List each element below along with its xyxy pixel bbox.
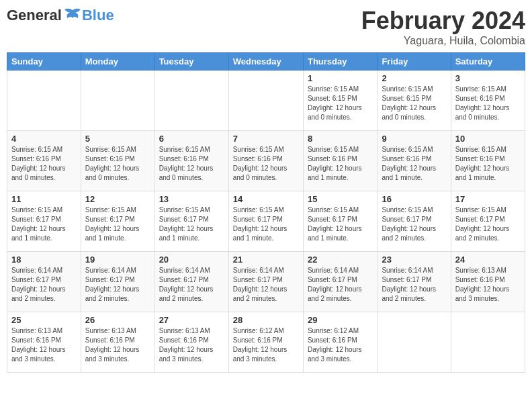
calendar-cell: 4Sunrise: 6:15 AM Sunset: 6:16 PM Daylig…	[7, 131, 81, 191]
day-info: Sunrise: 6:15 AM Sunset: 6:16 PM Dayligh…	[308, 145, 373, 183]
calendar: SundayMondayTuesdayWednesdayThursdayFrid…	[7, 52, 525, 373]
day-info: Sunrise: 6:14 AM Sunset: 6:17 PM Dayligh…	[85, 266, 150, 304]
day-number: 9	[382, 134, 446, 144]
calendar-cell	[228, 71, 303, 131]
week-row-2: 4Sunrise: 6:15 AM Sunset: 6:16 PM Daylig…	[7, 131, 525, 191]
calendar-cell: 16Sunrise: 6:15 AM Sunset: 6:17 PM Dayli…	[378, 191, 451, 252]
calendar-cell: 20Sunrise: 6:14 AM Sunset: 6:17 PM Dayli…	[154, 252, 228, 312]
day-info: Sunrise: 6:15 AM Sunset: 6:17 PM Dayligh…	[308, 205, 373, 243]
calendar-cell: 18Sunrise: 6:14 AM Sunset: 6:17 PM Dayli…	[7, 252, 81, 312]
day-info: Sunrise: 6:15 AM Sunset: 6:17 PM Dayligh…	[455, 205, 521, 243]
calendar-cell: 29Sunrise: 6:12 AM Sunset: 6:16 PM Dayli…	[303, 312, 377, 373]
day-info: Sunrise: 6:15 AM Sunset: 6:15 PM Dayligh…	[382, 85, 446, 122]
day-number: 28	[233, 315, 299, 325]
day-info: Sunrise: 6:13 AM Sunset: 6:16 PM Dayligh…	[11, 326, 77, 364]
weekday-header-tuesday: Tuesday	[154, 53, 228, 71]
calendar-cell: 23Sunrise: 6:14 AM Sunset: 6:17 PM Dayli…	[378, 252, 451, 312]
calendar-cell	[7, 71, 81, 131]
day-info: Sunrise: 6:15 AM Sunset: 6:17 PM Dayligh…	[159, 205, 224, 243]
weekday-header-wednesday: Wednesday	[228, 53, 303, 71]
calendar-cell: 14Sunrise: 6:15 AM Sunset: 6:17 PM Dayli…	[228, 191, 303, 252]
calendar-cell: 28Sunrise: 6:12 AM Sunset: 6:16 PM Dayli…	[228, 312, 303, 373]
day-number: 21	[233, 255, 299, 265]
day-number: 24	[455, 255, 521, 265]
week-row-3: 11Sunrise: 6:15 AM Sunset: 6:17 PM Dayli…	[7, 191, 525, 252]
day-info: Sunrise: 6:15 AM Sunset: 6:16 PM Dayligh…	[455, 85, 521, 122]
day-number: 17	[455, 194, 521, 204]
subtitle: Yaguara, Huila, Colombia	[361, 35, 525, 47]
day-number: 27	[159, 315, 224, 325]
day-info: Sunrise: 6:13 AM Sunset: 6:16 PM Dayligh…	[159, 326, 224, 364]
calendar-cell: 8Sunrise: 6:15 AM Sunset: 6:16 PM Daylig…	[303, 131, 377, 191]
day-info: Sunrise: 6:14 AM Sunset: 6:17 PM Dayligh…	[382, 266, 446, 304]
calendar-cell: 11Sunrise: 6:15 AM Sunset: 6:17 PM Dayli…	[7, 191, 81, 252]
day-info: Sunrise: 6:14 AM Sunset: 6:17 PM Dayligh…	[11, 266, 77, 304]
day-info: Sunrise: 6:15 AM Sunset: 6:16 PM Dayligh…	[159, 145, 224, 183]
main-title: February 2024	[361, 7, 525, 35]
day-number: 1	[308, 73, 373, 83]
day-info: Sunrise: 6:15 AM Sunset: 6:16 PM Dayligh…	[455, 145, 521, 183]
day-info: Sunrise: 6:13 AM Sunset: 6:16 PM Dayligh…	[85, 326, 150, 364]
day-number: 4	[11, 134, 77, 144]
calendar-cell: 2Sunrise: 6:15 AM Sunset: 6:15 PM Daylig…	[378, 71, 451, 131]
calendar-cell	[451, 312, 525, 373]
day-number: 15	[308, 194, 373, 204]
weekday-header-saturday: Saturday	[451, 53, 525, 71]
day-number: 8	[308, 134, 373, 144]
calendar-cell: 19Sunrise: 6:14 AM Sunset: 6:17 PM Dayli…	[81, 252, 154, 312]
day-number: 20	[159, 255, 224, 265]
day-info: Sunrise: 6:15 AM Sunset: 6:16 PM Dayligh…	[233, 145, 299, 183]
day-info: Sunrise: 6:12 AM Sunset: 6:16 PM Dayligh…	[308, 326, 373, 364]
day-info: Sunrise: 6:15 AM Sunset: 6:17 PM Dayligh…	[85, 205, 150, 243]
day-number: 10	[455, 134, 521, 144]
calendar-cell: 21Sunrise: 6:14 AM Sunset: 6:17 PM Dayli…	[228, 252, 303, 312]
day-number: 26	[85, 315, 150, 325]
day-info: Sunrise: 6:15 AM Sunset: 6:16 PM Dayligh…	[85, 145, 150, 183]
title-area: February 2024 Yaguara, Huila, Colombia	[361, 7, 525, 47]
weekday-header-friday: Friday	[378, 53, 451, 71]
day-number: 3	[455, 73, 521, 83]
day-number: 14	[233, 194, 299, 204]
calendar-cell: 7Sunrise: 6:15 AM Sunset: 6:16 PM Daylig…	[228, 131, 303, 191]
day-info: Sunrise: 6:13 AM Sunset: 6:16 PM Dayligh…	[455, 266, 521, 304]
day-info: Sunrise: 6:15 AM Sunset: 6:16 PM Dayligh…	[382, 145, 446, 183]
weekday-header-monday: Monday	[81, 53, 154, 71]
day-info: Sunrise: 6:14 AM Sunset: 6:17 PM Dayligh…	[233, 266, 299, 304]
calendar-cell	[378, 312, 451, 373]
calendar-cell	[154, 71, 228, 131]
calendar-cell: 24Sunrise: 6:13 AM Sunset: 6:16 PM Dayli…	[451, 252, 525, 312]
day-number: 12	[85, 194, 150, 204]
day-number: 29	[308, 315, 373, 325]
day-number: 23	[382, 255, 446, 265]
logo: General Blue	[7, 7, 114, 24]
day-info: Sunrise: 6:15 AM Sunset: 6:17 PM Dayligh…	[233, 205, 299, 243]
calendar-cell: 10Sunrise: 6:15 AM Sunset: 6:16 PM Dayli…	[451, 131, 525, 191]
calendar-cell: 9Sunrise: 6:15 AM Sunset: 6:16 PM Daylig…	[378, 131, 451, 191]
day-number: 13	[159, 194, 224, 204]
calendar-cell: 22Sunrise: 6:14 AM Sunset: 6:17 PM Dayli…	[303, 252, 377, 312]
calendar-cell: 3Sunrise: 6:15 AM Sunset: 6:16 PM Daylig…	[451, 71, 525, 131]
day-number: 7	[233, 134, 299, 144]
day-info: Sunrise: 6:15 AM Sunset: 6:15 PM Dayligh…	[308, 85, 373, 122]
day-number: 16	[382, 194, 446, 204]
day-number: 22	[308, 255, 373, 265]
day-number: 18	[11, 255, 77, 265]
calendar-cell	[81, 71, 154, 131]
day-info: Sunrise: 6:14 AM Sunset: 6:17 PM Dayligh…	[159, 266, 224, 304]
day-number: 19	[85, 255, 150, 265]
calendar-cell: 27Sunrise: 6:13 AM Sunset: 6:16 PM Dayli…	[154, 312, 228, 373]
weekday-header-sunday: Sunday	[7, 53, 81, 71]
calendar-cell: 26Sunrise: 6:13 AM Sunset: 6:16 PM Dayli…	[81, 312, 154, 373]
day-number: 25	[11, 315, 77, 325]
calendar-cell: 12Sunrise: 6:15 AM Sunset: 6:17 PM Dayli…	[81, 191, 154, 252]
calendar-cell: 6Sunrise: 6:15 AM Sunset: 6:16 PM Daylig…	[154, 131, 228, 191]
day-info: Sunrise: 6:15 AM Sunset: 6:17 PM Dayligh…	[382, 205, 446, 243]
logo-general-text: General	[7, 7, 62, 24]
calendar-cell: 1Sunrise: 6:15 AM Sunset: 6:15 PM Daylig…	[303, 71, 377, 131]
day-info: Sunrise: 6:15 AM Sunset: 6:16 PM Dayligh…	[11, 145, 77, 183]
weekday-header-row: SundayMondayTuesdayWednesdayThursdayFrid…	[7, 53, 525, 71]
day-number: 11	[11, 194, 77, 204]
day-info: Sunrise: 6:15 AM Sunset: 6:17 PM Dayligh…	[11, 205, 77, 243]
week-row-4: 18Sunrise: 6:14 AM Sunset: 6:17 PM Dayli…	[7, 252, 525, 312]
calendar-cell: 5Sunrise: 6:15 AM Sunset: 6:16 PM Daylig…	[81, 131, 154, 191]
